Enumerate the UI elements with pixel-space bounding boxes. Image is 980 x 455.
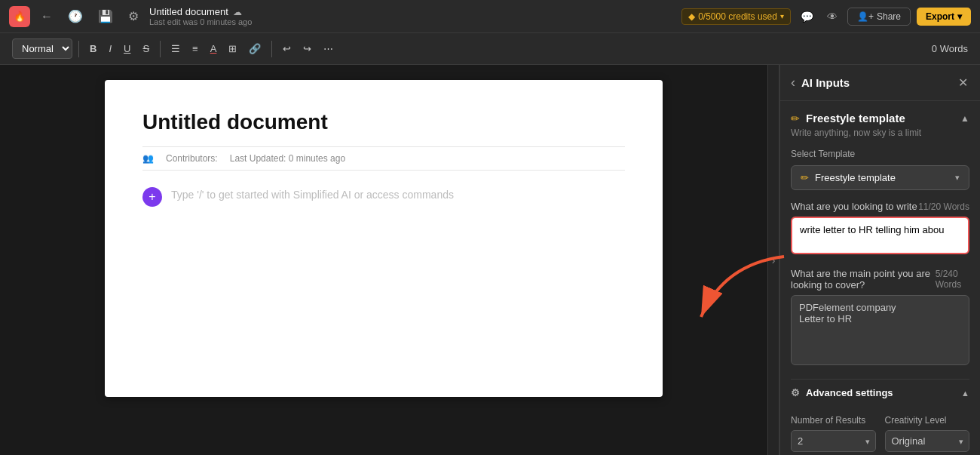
field1-group: What are you looking to write 11/20 Word… [791,201,969,257]
settings-row: Number of Results 2 Creativity Level Ori… [791,415,969,452]
field2-label: What are the main point you are looking … [791,268,936,291]
template-section: ✏ Freestyle template ▲ Write anything, n… [791,112,969,138]
credits-chevron: ▾ [780,12,784,20]
panel-title: AI Inputs [801,76,850,89]
export-label: Export [926,11,954,22]
back-button[interactable]: ← [36,7,57,26]
export-button[interactable]: Export ▾ [917,8,971,26]
share-icon: 👤+ [857,11,874,22]
num-results-select[interactable]: 2 [791,430,876,452]
more-options-button[interactable]: ⋯ [319,40,338,57]
field1-word-count: 11/20 Words [918,201,969,212]
divider-3 [271,41,272,57]
underline-button[interactable]: U [119,40,135,57]
document-page: Untitled document 👥 Contributors: Last U… [105,80,663,397]
doc-info: Untitled document ☁ Last edit was 0 minu… [149,6,252,26]
comments-button[interactable]: 💬 [797,7,817,26]
field1-label: What are you looking to write [791,201,917,212]
advanced-title: ⚙ Advanced settings [791,387,893,398]
panel-header-left: ‹ AI Inputs [791,75,850,91]
field1-textarea[interactable] [791,217,969,254]
panel-back-button[interactable]: ‹ [791,75,795,91]
advanced-chevron: ▲ [961,389,969,398]
template-select-dropdown[interactable]: ✏ Freestyle template ▾ [791,165,969,190]
pencil-icon: ✏ [791,112,800,125]
advanced-settings-header[interactable]: ⚙ Advanced settings ▲ [791,379,969,406]
advanced-label: Advanced settings [806,387,893,398]
topbar-right: ◆ 0/5000 credits used ▾ 💬 👁 👤+ Share Exp… [490,7,971,26]
panel-body: ✏ Freestyle template ▲ Write anything, n… [780,101,980,455]
template-select-text: Freestyle template [815,172,896,183]
doc-placeholder-row: + Type '/' to get started with Simplifie… [142,186,625,207]
color-button[interactable]: A [206,40,222,57]
template-name: Freestyle template [806,112,905,125]
document-title[interactable]: Untitled document [142,110,625,134]
divider-1 [78,41,79,57]
topbar-left: 🔥 ← 🕐 💾 ⚙ Untitled document ☁ Last edit … [9,6,490,27]
logo-icon: 🔥 [14,11,26,22]
link-button[interactable]: 🔗 [244,40,265,57]
toolbar: Normal B I U S ☰ ≡ A ⊞ 🔗 ↩ ↪ ⋯ 0 Words [0,33,980,65]
doc-subtitle: Last edit was 0 minutes ago [149,17,252,26]
last-updated: Last Updated: 0 minutes ago [230,153,345,164]
topbar: 🔥 ← 🕐 💾 ⚙ Untitled document ☁ Last edit … [0,0,980,33]
panel-header: ‹ AI Inputs ✕ [780,65,980,101]
template-header: ✏ Freestyle template ▲ [791,112,969,125]
creativity-col: Creativity Level Original [885,415,970,452]
settings-button[interactable]: ⚙ [124,6,143,26]
export-chevron: ▾ [957,11,962,22]
undo-button[interactable]: ↩ [278,40,296,57]
image-button[interactable]: ⊞ [224,40,241,57]
main-content: Untitled document 👥 Contributors: Last U… [0,65,980,455]
words-count: 0 Words [932,43,968,54]
bold-button[interactable]: B [85,40,101,57]
select-template-label: Select Template [791,149,969,159]
field1-header: What are you looking to write 11/20 Word… [791,201,969,212]
add-content-button[interactable]: + [142,187,162,207]
template-select-pencil-icon: ✏ [801,172,809,183]
ai-inputs-panel: ‹ AI Inputs ✕ ✏ Freestyle template ▲ Wri… [779,65,980,455]
template-subtitle: Write anything, now sky is a limit [791,128,969,138]
doc-title-row: Untitled document ☁ [149,6,252,17]
panel-collapse-handle[interactable]: › [767,65,779,455]
template-collapse-icon[interactable]: ▲ [960,113,969,124]
cloud-icon: ☁ [233,7,242,17]
strikethrough-button[interactable]: S [138,40,154,57]
document-area[interactable]: Untitled document 👥 Contributors: Last U… [0,65,767,455]
align-button[interactable]: ≡ [188,40,203,57]
list-button[interactable]: ☰ [167,40,185,57]
creativity-select[interactable]: Original [885,430,970,452]
preview-button[interactable]: 👁 [823,7,841,26]
credits-badge[interactable]: ◆ 0/5000 credits used ▾ [681,8,791,25]
app-logo: 🔥 [9,6,30,27]
history-button[interactable]: 🕐 [63,6,87,26]
template-title-row: ✏ Freestyle template [791,112,905,125]
contributors-label: Contributors: [166,153,218,164]
share-button[interactable]: 👤+ Share [847,8,911,26]
creativity-select-wrapper: Original [885,430,970,452]
placeholder-text[interactable]: Type '/' to get started with Simplified … [171,186,454,201]
collapse-icon: › [772,254,776,266]
field2-group: What are the main point you are looking … [791,268,969,368]
creativity-label: Creativity Level [885,415,970,426]
panel-close-button[interactable]: ✕ [957,74,969,91]
doc-title-text: Untitled document [149,6,228,17]
field2-word-count: 5/240 Words [936,269,969,290]
words-indicator: 0 Words [932,43,968,54]
template-select-label: ✏ Freestyle template [801,172,896,183]
num-results-label: Number of Results [791,415,876,426]
save-button[interactable]: 💾 [93,6,118,26]
document-meta: 👥 Contributors: Last Updated: 0 minutes … [142,146,625,171]
add-icon: + [149,190,155,204]
format-select[interactable]: Normal [12,38,72,59]
template-select-chevron: ▾ [955,173,960,183]
contributors-icon: 👥 [142,153,154,164]
num-results-select-wrapper: 2 [791,430,876,452]
share-label: Share [877,11,901,22]
italic-button[interactable]: I [104,40,116,57]
divider-2 [160,41,161,57]
field2-textarea[interactable] [791,295,969,365]
num-results-col: Number of Results 2 [791,415,876,452]
redo-button[interactable]: ↪ [299,40,316,57]
settings-icon: ⚙ [791,387,800,398]
